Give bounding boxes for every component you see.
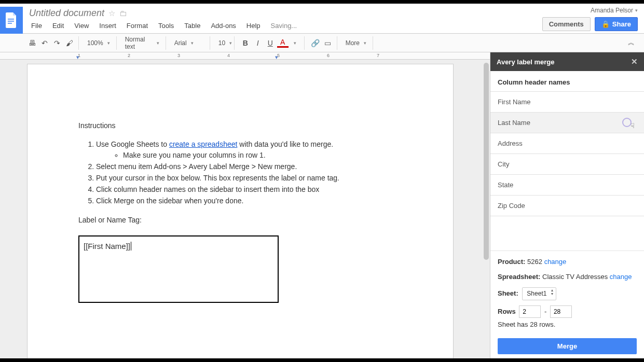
addon-sidebar: Avery label merge ✕ Column header names … (490, 52, 644, 358)
instruction-step: Select menu item Add-ons > Avery Label M… (96, 161, 402, 172)
column-item-first-name[interactable]: First Name (490, 92, 644, 113)
svg-rect-1 (8, 21, 14, 22)
document-area: ▾ 1 2 3 4 ▾ 5 6 7 Instructions Use Googl… (0, 52, 490, 358)
redo-icon[interactable]: ↷ (51, 37, 63, 49)
label-tag-heading: Label or Name Tag: (78, 216, 402, 224)
rows-to-input[interactable] (550, 305, 572, 318)
spreadsheet-value: Classic TV Addresses (542, 273, 608, 281)
style-value: Normal text (125, 36, 153, 50)
chevron-down-icon: ▾ (191, 40, 194, 46)
chevron-down-icon: ▾ (229, 40, 232, 46)
ruler-tick: 4 (227, 53, 230, 58)
close-icon[interactable]: ✕ (631, 57, 638, 66)
pointer-cursor-icon: ☟ (631, 122, 635, 130)
document-title[interactable]: Untitled document (29, 8, 104, 19)
share-button[interactable]: 🔒 Share (595, 17, 638, 31)
ruler-tick: 7 (377, 53, 379, 58)
spreadsheet-row: Spreadsheet: Classic TV Addresses change (498, 272, 637, 282)
merge-button[interactable]: Merge (498, 338, 637, 354)
merge-field-box[interactable]: [[First Name]] (78, 235, 279, 303)
zoom-select[interactable]: 100%▾ (84, 37, 113, 49)
style-select[interactable]: Normal text▾ (122, 37, 162, 49)
user-name[interactable]: Amanda Pelsor ▾ (591, 7, 638, 14)
rows-row: Rows - Sheet has 28 rows. (498, 305, 637, 330)
zoom-value: 100% (87, 39, 103, 47)
menu-addons[interactable]: Add-ons (210, 21, 237, 31)
product-value: 5262 (527, 258, 542, 266)
instruction-step: Click column header names on the sidebar… (96, 184, 402, 195)
menu-table[interactable]: Table (183, 21, 201, 31)
ruler-tick: 2 (128, 53, 130, 58)
step-text: with data you'd like to merge. (237, 140, 333, 148)
column-item-zip-code[interactable]: Zip Code (490, 196, 644, 216)
ruler-tick: 6 (327, 53, 330, 58)
create-spreadsheet-link[interactable]: create a spreadsheet (169, 140, 238, 148)
column-item-state[interactable]: State (490, 175, 644, 196)
menu-tools[interactable]: Tools (157, 21, 175, 31)
underline-icon[interactable]: U (265, 37, 276, 49)
saving-status: Saving... (270, 21, 298, 31)
rows-label: Rows (498, 308, 516, 315)
text-cursor (130, 242, 131, 250)
svg-rect-2 (8, 23, 12, 24)
size-value: 10 (218, 39, 225, 47)
change-product-link[interactable]: change (544, 258, 567, 266)
sidebar-header: Avery label merge ✕ (490, 52, 644, 71)
font-select[interactable]: Arial▾ (171, 37, 207, 49)
sidebar-bottom: Product: 5262 change Spreadsheet: Classi… (490, 250, 644, 358)
rows-info: Sheet has 28 rows. (498, 320, 637, 330)
docs-logo[interactable] (0, 7, 23, 34)
menu-file[interactable]: File (30, 21, 43, 31)
instruction-step: Click Merge on the sidebar when you're d… (96, 196, 402, 206)
rows-dash: - (544, 308, 546, 315)
chevron-down-icon[interactable]: ▾ (290, 37, 301, 49)
instruction-substep: Make sure you name your columns in row 1… (123, 150, 402, 161)
star-icon[interactable]: ☆ (108, 9, 115, 18)
menu-insert[interactable]: Insert (98, 21, 117, 31)
column-item-city[interactable]: City (490, 154, 644, 175)
ruler[interactable]: ▾ 1 2 3 4 ▾ 5 6 7 (0, 52, 490, 60)
comments-button[interactable]: Comments (542, 17, 591, 31)
share-label: Share (612, 20, 631, 28)
link-icon[interactable]: 🔗 (310, 37, 321, 49)
user-name-text: Amanda Pelsor (591, 7, 633, 14)
paint-format-icon[interactable]: 🖌 (64, 37, 75, 49)
column-item-last-name[interactable]: Last Name ☟ (490, 113, 644, 133)
spreadsheet-label: Spreadsheet: (498, 273, 540, 281)
instruction-step: Put your cursor in the box below. This b… (96, 173, 402, 184)
document-page[interactable]: Instructions Use Google Sheets to create… (27, 64, 454, 358)
chevron-down-icon: ▾ (157, 40, 159, 46)
rows-from-input[interactable] (519, 305, 541, 318)
scrollbar[interactable] (484, 63, 489, 260)
comment-icon[interactable]: ▭ (322, 37, 334, 49)
instructions-heading: Instructions (78, 121, 402, 130)
print-icon[interactable]: 🖶 (26, 37, 38, 49)
step-text: Use Google Sheets to (96, 140, 169, 148)
column-label: Last Name (498, 119, 530, 127)
font-size-select[interactable]: 10▾ (215, 37, 231, 49)
undo-icon[interactable]: ↶ (39, 37, 50, 49)
sheet-row: Sheet: Sheet1 (498, 287, 637, 300)
menu-view[interactable]: View (73, 21, 90, 31)
column-item-address[interactable]: Address (490, 133, 644, 154)
bold-icon[interactable]: B (240, 37, 251, 49)
ruler-tick: 3 (177, 53, 180, 58)
sheet-select[interactable]: Sheet1 (522, 287, 556, 300)
font-value: Arial (174, 39, 187, 47)
change-spreadsheet-link[interactable]: change (610, 273, 632, 281)
menu-help[interactable]: Help (245, 21, 262, 31)
sheet-label: Sheet: (498, 289, 518, 297)
folder-icon[interactable]: 🗀 (119, 9, 127, 18)
merge-field-text: [[First Name]] (84, 242, 130, 250)
menu-edit[interactable]: Edit (51, 21, 65, 31)
more-button[interactable]: More▾ (342, 37, 369, 49)
titlebar: Untitled document ☆ 🗀 File Edit View Ins… (0, 4, 644, 34)
chevron-down-icon: ▾ (635, 8, 638, 13)
chevron-down-icon: ▾ (107, 40, 110, 46)
collapse-toolbar-icon[interactable]: ︽ (628, 38, 635, 47)
text-color-icon[interactable]: A (277, 38, 289, 48)
lock-icon: 🔒 (601, 20, 610, 28)
italic-icon[interactable]: I (252, 37, 264, 49)
menu-format[interactable]: Format (126, 21, 149, 31)
column-list: First Name Last Name ☟ Address City Stat… (490, 91, 644, 216)
